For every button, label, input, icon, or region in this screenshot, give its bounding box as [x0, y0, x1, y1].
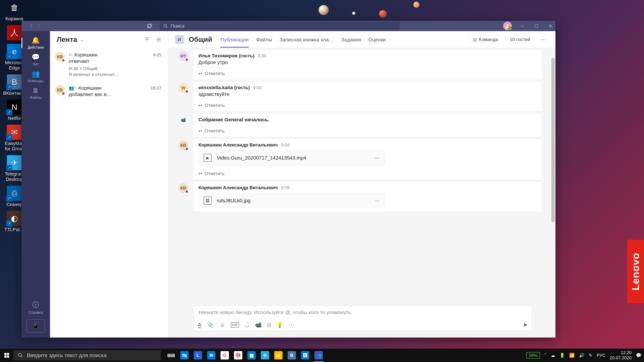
- reply-button[interactable]: ↩Ответить: [198, 125, 537, 134]
- team-avatar: И: [175, 35, 184, 44]
- send-icon[interactable]: ➤: [523, 321, 528, 328]
- channel-tab[interactable]: Оценки: [368, 31, 386, 48]
- praise-icon[interactable]: 💡: [276, 322, 283, 328]
- attach-icon[interactable]: 📎: [207, 322, 214, 328]
- attachment[interactable]: ▶ Video.Guru_20200717_142413543.mp4 ⋯: [198, 150, 384, 165]
- pen-icon[interactable]: ✎: [589, 353, 592, 358]
- rail-help[interactable]: ⓘ Справка: [22, 299, 50, 316]
- taskbar-app[interactable]: ✈: [258, 349, 272, 362]
- tray-chevron-icon[interactable]: ˄: [544, 353, 546, 358]
- chat-icon: 💬: [32, 53, 40, 61]
- language-indicator[interactable]: РУС: [597, 353, 606, 358]
- search-icon: [18, 353, 23, 358]
- search-box[interactable]: Поиск: [160, 22, 400, 30]
- composer-input[interactable]: Начните новую беседу. Используйте @, что…: [194, 306, 532, 319]
- battery-icon[interactable]: 🔋: [560, 353, 565, 358]
- minimize-button[interactable]: ─: [518, 22, 526, 30]
- guests-pill[interactable]: 10 гостей: [506, 35, 534, 44]
- files-icon: 🗎: [32, 87, 39, 94]
- more-icon[interactable]: ⋯: [538, 36, 549, 43]
- taskbar-app[interactable]: 🖼: [298, 349, 312, 362]
- meet-now-icon[interactable]: 📹: [255, 322, 262, 328]
- chevron-down-icon[interactable]: ⌵: [80, 37, 83, 42]
- rail-device-icon[interactable]: 📱: [26, 319, 45, 333]
- sticker-icon[interactable]: ◡̈: [245, 322, 250, 328]
- rail-chat[interactable]: 💬 Чат: [22, 51, 50, 68]
- gif-icon[interactable]: GIF: [231, 322, 239, 328]
- teams-icon: 👥: [32, 70, 40, 78]
- compose-icon[interactable]: [146, 23, 153, 29]
- attachment[interactable]: 🖼 rutsJ8tJLk0.jpg ⋯: [198, 193, 384, 208]
- action-center-icon[interactable]: 💬: [636, 353, 641, 358]
- avatar: ИТ: [178, 51, 188, 61]
- clock[interactable]: 12:20 20.07.2020: [610, 350, 632, 361]
- avatar: КВ: [178, 183, 188, 193]
- attachment-more-icon[interactable]: ⋯: [374, 198, 379, 204]
- battery-indicator[interactable]: 58%: [526, 352, 540, 359]
- taskbar-app[interactable]: ⊞⊞: [164, 349, 178, 362]
- channel-tab[interactable]: Записная книжка кла…: [280, 31, 334, 48]
- team-button[interactable]: ◎ Команда: [468, 35, 502, 44]
- taskbar-app[interactable]: Ⓜ: [232, 349, 245, 362]
- attachment-more-icon[interactable]: ⋯: [374, 155, 379, 161]
- reply-button[interactable]: ↩Ответить: [198, 68, 537, 76]
- meeting-icon: 📹: [178, 115, 188, 125]
- taskbar-search[interactable]: Введите здесь текст для поиска: [14, 350, 161, 361]
- feed-title: Лента: [57, 35, 77, 43]
- start-button[interactable]: [0, 349, 14, 362]
- taskbar: Введите здесь текст для поиска ⊞⊞🛍L✉GⓂ▦✈…: [0, 349, 644, 362]
- wifi-icon[interactable]: 📶: [569, 353, 574, 358]
- emoji-icon[interactable]: ☺: [220, 322, 225, 328]
- reply-button[interactable]: ↩Ответить: [198, 168, 537, 176]
- channel-tab[interactable]: Файлы: [256, 31, 272, 48]
- svg-point-1: [164, 24, 166, 27]
- feed-item[interactable]: КВ 👥⁺Коряшкин18.07 добавляет вас в…: [50, 81, 168, 101]
- taskbar-app[interactable]: ▦: [245, 349, 258, 362]
- taskbar-app[interactable]: ✉: [204, 349, 218, 362]
- message: 📹 Собрание General началось. ↩Ответить: [178, 113, 542, 137]
- message: КВ Коряшкин Александр Витальевич9:09 🖼 r…: [178, 182, 542, 212]
- filter-icon[interactable]: [144, 37, 150, 42]
- taskbar-app[interactable]: 🛍: [178, 349, 191, 362]
- search-placeholder: Поиск: [170, 23, 184, 29]
- taskbar-app[interactable]: B: [285, 349, 298, 362]
- bell-icon: 🔔: [32, 36, 40, 44]
- more-compose-icon[interactable]: ⋯: [289, 322, 294, 328]
- channel-tab[interactable]: Задания: [341, 31, 361, 48]
- maximize-button[interactable]: ☐: [533, 22, 540, 30]
- search-icon: [163, 24, 168, 28]
- svg-rect-5: [7, 353, 9, 355]
- taskbar-app[interactable]: L: [191, 349, 204, 362]
- stream-icon[interactable]: ⍈: [268, 322, 271, 328]
- taskbar-app[interactable]: 📁: [272, 349, 285, 362]
- svg-rect-6: [4, 356, 6, 358]
- composer: Начните новую беседу. Используйте @, что…: [194, 306, 532, 331]
- user-avatar[interactable]: [503, 22, 512, 30]
- rail-activity[interactable]: 🔔 Действия: [22, 34, 50, 51]
- channel-tab[interactable]: Публикации: [220, 31, 249, 48]
- org-icon: ◎: [473, 37, 477, 42]
- taskbar-app[interactable]: 👥: [312, 349, 325, 362]
- desktop-shortcut[interactable]: 🗑Корзина: [3, 0, 26, 21]
- titlebar: 〈 〉 Поиск ─ ☐ ✕: [22, 21, 556, 31]
- feed-panel: Лента ⌵ КВ ↩Коряшкин9:25 отвечает И-38 >…: [50, 31, 168, 338]
- rail-teams[interactable]: 👥 Команды: [22, 68, 50, 85]
- taskbar-app[interactable]: G: [218, 349, 232, 362]
- nav-back-icon[interactable]: 〈: [27, 23, 33, 29]
- volume-icon[interactable]: 🔊: [579, 353, 584, 358]
- reply-button[interactable]: ↩Ответить: [198, 100, 537, 108]
- avatar: КВ: [178, 140, 188, 150]
- gear-icon[interactable]: [156, 37, 162, 42]
- format-icon[interactable]: A̲: [198, 322, 202, 328]
- nav-forward-icon[interactable]: 〉: [37, 23, 43, 29]
- close-button[interactable]: ✕: [547, 22, 554, 30]
- message: ИТ Илья Тихомиров (гость)8:30 Доброе утр…: [178, 50, 542, 80]
- scrollbar[interactable]: [552, 58, 555, 222]
- feed-item[interactable]: КВ ↩Коряшкин9:25 отвечает И-38 > Общий Я…: [50, 48, 168, 81]
- cloud-icon[interactable]: ☁: [551, 353, 555, 358]
- avatar: W: [178, 83, 188, 93]
- svg-rect-4: [4, 353, 6, 355]
- rail-files[interactable]: 🗎 Файлы: [22, 85, 50, 102]
- channel-header: И Общий ПубликацииФайлыЗаписная книжка к…: [168, 31, 556, 48]
- channel-name: Общий: [189, 36, 212, 43]
